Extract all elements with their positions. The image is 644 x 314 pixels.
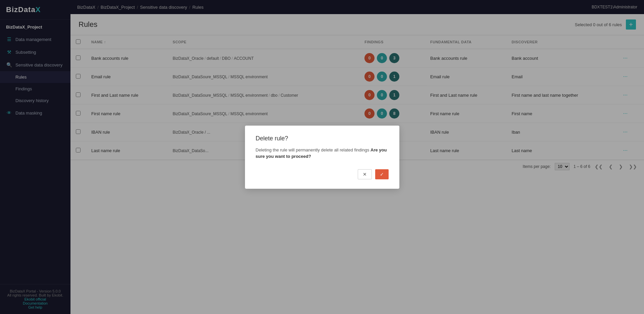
modal-overlay: Delete rule? Deleting the rule will perm… — [0, 0, 644, 314]
modal-title: Delete rule? — [256, 135, 389, 142]
modal-body: Deleting the rule will permanently delet… — [256, 147, 389, 160]
modal-body-normal: Deleting the rule will permanently delet… — [256, 147, 371, 152]
delete-rule-modal: Delete rule? Deleting the rule will perm… — [245, 126, 399, 189]
modal-confirm-button[interactable]: ✓ — [375, 169, 389, 179]
modal-actions: ✕ ✓ — [256, 169, 389, 179]
modal-cancel-button[interactable]: ✕ — [358, 169, 372, 179]
